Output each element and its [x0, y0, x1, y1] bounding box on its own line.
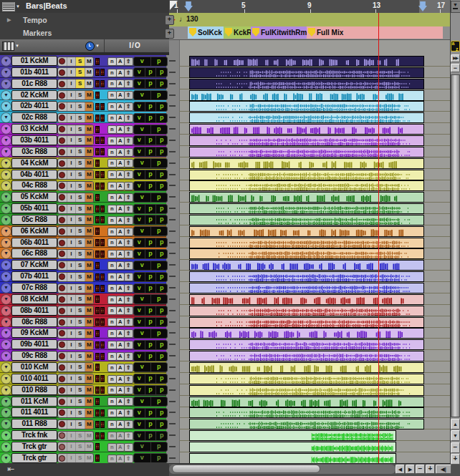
input-monitor-button[interactable]: I	[67, 352, 76, 361]
volume-button[interactable]: v	[134, 227, 150, 235]
pan-button[interactable]: p	[155, 79, 167, 88]
track-collapse-button[interactable]: ▼	[1, 170, 11, 180]
volume-button[interactable]: v	[134, 273, 145, 281]
input-monitor-button[interactable]: I	[67, 374, 76, 383]
record-button[interactable]	[58, 227, 67, 235]
record-button[interactable]	[58, 341, 67, 349]
pan-button[interactable]: p	[150, 91, 168, 99]
volume-button[interactable]: v	[134, 159, 150, 167]
volume-button[interactable]: v	[134, 374, 145, 383]
output-window-button[interactable]: ⇧	[124, 114, 133, 122]
input-monitor-button[interactable]: I	[67, 409, 76, 417]
track-collapse-button[interactable]: ▼	[1, 306, 11, 316]
add-tempo-button[interactable]: +	[165, 15, 174, 25]
track-collapse-button[interactable]: ▼	[1, 147, 11, 157]
track-resize-handle[interactable]	[169, 117, 176, 118]
track-name[interactable]: 011 4011	[11, 407, 57, 417]
solo-button[interactable]: S	[75, 68, 85, 77]
output-window-button[interactable]: ⇧	[124, 409, 133, 417]
track-clip[interactable]	[189, 271, 424, 282]
track-clip[interactable]	[189, 248, 424, 259]
track-clip[interactable]	[189, 67, 424, 78]
solo-button[interactable]: S	[75, 318, 85, 326]
track-resize-handle[interactable]	[169, 276, 176, 277]
track-name[interactable]: 01 KckM	[11, 56, 57, 66]
track-name[interactable]: 04c R88	[11, 180, 57, 190]
playlist-button[interactable]: n	[107, 125, 117, 134]
volume-button[interactable]: v	[134, 341, 145, 349]
playlist-button[interactable]: n	[107, 352, 117, 361]
chevron-down-icon[interactable]: ▼	[95, 44, 100, 48]
track-clip[interactable]	[189, 385, 424, 396]
input-monitor-button[interactable]: I	[67, 57, 76, 66]
input-monitor-button[interactable]: I	[67, 136, 76, 145]
playlist-button[interactable]: n	[107, 284, 117, 293]
track-collapse-button[interactable]: ▼	[1, 271, 11, 282]
record-button[interactable]	[58, 136, 67, 145]
track-resize-handle[interactable]	[169, 128, 176, 130]
track-clip[interactable]	[189, 147, 424, 157]
output-window-button[interactable]: ⇧	[124, 432, 133, 440]
input-monitor-button[interactable]: I	[67, 386, 76, 394]
volume-button[interactable]: v	[134, 147, 145, 156]
pan-button[interactable]: p	[145, 374, 156, 383]
track-resize-handle[interactable]	[169, 366, 176, 368]
record-button[interactable]	[58, 409, 67, 417]
record-button[interactable]	[58, 215, 67, 224]
pan-button[interactable]: p	[145, 147, 156, 156]
track-clip[interactable]	[189, 226, 424, 237]
track-name[interactable]: 011 KcM	[11, 397, 57, 407]
solo-button[interactable]: S	[75, 352, 85, 361]
input-monitor-button[interactable]: I	[67, 329, 76, 338]
mute-button[interactable]: M	[85, 136, 94, 145]
track-clip[interactable]	[189, 192, 424, 203]
track-collapse-button[interactable]: ▼	[1, 135, 11, 146]
playlist-button[interactable]: n	[107, 420, 117, 429]
track-name[interactable]: 08b 4011	[11, 306, 57, 316]
input-monitor-button[interactable]: I	[67, 284, 76, 293]
playlist-button[interactable]: n	[107, 57, 117, 66]
track-name[interactable]: 02c R88	[11, 112, 57, 122]
mute-button[interactable]: M	[85, 205, 94, 213]
pan-button[interactable]: p	[155, 273, 167, 281]
mute-button[interactable]: M	[85, 352, 94, 361]
input-monitor-button[interactable]: I	[67, 79, 76, 88]
input-monitor-button[interactable]: I	[67, 250, 76, 258]
volume-button[interactable]: v	[134, 79, 145, 88]
track-resize-handle[interactable]	[169, 72, 176, 73]
solo-button[interactable]: S	[75, 397, 85, 406]
keyboard-focus-button[interactable]: a z	[451, 41, 460, 52]
track-clip[interactable]	[189, 124, 424, 135]
playlist-button[interactable]: n	[107, 79, 117, 88]
output-window-button[interactable]: ⇧	[124, 455, 133, 463]
solo-button[interactable]: S	[75, 284, 85, 293]
pan-button[interactable]: p	[150, 442, 168, 451]
track-clip[interactable]	[189, 453, 396, 464]
mute-button[interactable]: M	[85, 409, 94, 417]
mute-button[interactable]: M	[85, 432, 94, 440]
mute-button[interactable]: M	[85, 273, 94, 281]
playlist-button[interactable]: n	[107, 432, 117, 440]
pan-button[interactable]: p	[155, 102, 167, 111]
playlist-button[interactable]: n	[107, 137, 117, 145]
track-resize-handle[interactable]	[169, 446, 176, 447]
input-monitor-button[interactable]: I	[67, 442, 76, 451]
marker-list-button[interactable]: ▼	[451, 1, 460, 13]
track-name[interactable]: 05c R88	[11, 215, 57, 225]
record-button[interactable]	[58, 91, 67, 99]
pan-button[interactable]: p	[155, 386, 167, 394]
playlist-button[interactable]: n	[107, 375, 117, 384]
playlist-button[interactable]: n	[107, 69, 117, 77]
output-window-button[interactable]: ⇧	[124, 57, 133, 66]
input-monitor-button[interactable]: I	[67, 227, 76, 235]
track-resize-handle[interactable]	[169, 219, 176, 220]
output-window-button[interactable]: ⇧	[124, 375, 133, 384]
solo-button[interactable]: S	[75, 341, 85, 349]
track-name[interactable]: 010 R88	[11, 385, 57, 395]
pan-button[interactable]: p	[145, 341, 156, 349]
track-collapse-button[interactable]: ▼	[1, 430, 11, 441]
volume-button[interactable]: v	[134, 295, 150, 303]
volume-button[interactable]: v	[134, 386, 145, 394]
output-window-button[interactable]: ⇧	[124, 364, 133, 372]
selection-flag-icon[interactable]	[184, 1, 193, 11]
